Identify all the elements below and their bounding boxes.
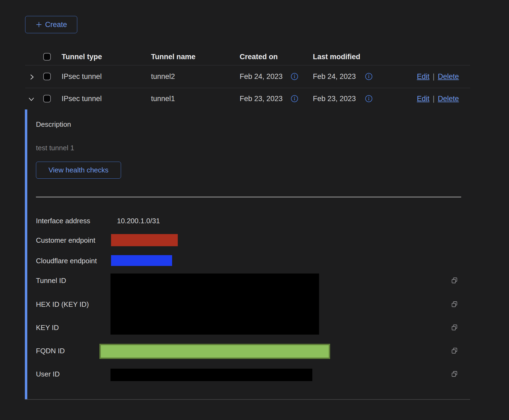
copy-icon[interactable] <box>451 324 458 331</box>
interface-address-value: 10.200.1.0/31 <box>117 216 160 225</box>
copy-icon[interactable] <box>451 347 458 355</box>
delete-link[interactable]: Delete <box>438 94 459 103</box>
info-icon[interactable] <box>291 73 298 80</box>
copy-icon[interactable] <box>451 277 458 284</box>
select-all-checkbox[interactable] <box>43 53 51 61</box>
edit-link[interactable]: Edit <box>417 94 430 103</box>
expanded-row-accent-bar <box>25 109 27 399</box>
created-on-cell: Feb 24, 2023 <box>240 72 283 81</box>
tunnel-name-cell: tunnel1 <box>151 94 175 103</box>
cloudflare-endpoint-label: Cloudflare endpoint <box>36 256 97 265</box>
view-health-checks-label: View health checks <box>48 166 108 174</box>
action-separator: | <box>433 94 435 103</box>
info-icon[interactable] <box>365 95 373 102</box>
delete-link[interactable]: Delete <box>438 72 459 81</box>
info-icon[interactable] <box>291 95 298 102</box>
plus-icon <box>35 21 42 28</box>
column-header-created-on: Created on <box>240 52 278 61</box>
description-label: Description <box>36 120 71 129</box>
key-id-label: KEY ID <box>36 323 59 332</box>
header-divider <box>25 65 470 65</box>
ipsec-tunnels-page: Create Tunnel type Tunnel name Created o… <box>0 0 509 420</box>
created-on-cell: Feb 23, 2023 <box>240 94 283 103</box>
user-id-redacted-value <box>110 369 312 381</box>
fqdn-id-label: FQDN ID <box>36 346 65 355</box>
cloudflare-endpoint-redacted-value <box>111 255 172 266</box>
info-icon[interactable] <box>365 73 373 80</box>
customer-endpoint-redacted-value <box>111 234 178 246</box>
ids-redacted-value <box>110 274 319 335</box>
row-checkbox[interactable] <box>43 73 51 80</box>
tunnel-id-label: Tunnel ID <box>36 276 66 285</box>
last-modified-cell: Feb 24, 2023 <box>313 72 356 81</box>
tunnel-type-cell: IPsec tunnel <box>62 94 102 103</box>
view-health-checks-button[interactable]: View health checks <box>36 162 121 179</box>
chevron-down-icon[interactable] <box>28 95 35 103</box>
edit-link[interactable]: Edit <box>417 72 430 81</box>
create-button[interactable]: Create <box>25 16 77 33</box>
tunnel-name-cell: tunnel2 <box>151 72 175 81</box>
copy-icon[interactable] <box>451 370 458 378</box>
chevron-right-icon[interactable] <box>28 73 36 81</box>
create-button-label: Create <box>45 21 67 29</box>
fqdn-id-redacted-value <box>99 344 330 359</box>
hex-id-label: HEX ID (KEY ID) <box>36 300 89 309</box>
tunnel-type-cell: IPsec tunnel <box>62 72 102 81</box>
description-text: test tunnel 1 <box>36 144 74 152</box>
user-id-label: User ID <box>36 370 60 378</box>
last-modified-cell: Feb 23, 2023 <box>313 94 356 103</box>
copy-icon[interactable] <box>451 301 458 308</box>
panel-bottom-divider <box>25 399 470 400</box>
action-separator: | <box>433 72 435 81</box>
column-header-last-modified: Last modified <box>313 52 360 61</box>
row-divider <box>25 88 470 88</box>
column-header-tunnel-name: Tunnel name <box>151 52 196 61</box>
customer-endpoint-label: Customer endpoint <box>36 236 95 245</box>
interface-address-label: Interface address <box>36 216 90 225</box>
row-checkbox[interactable] <box>43 95 51 102</box>
column-header-tunnel-type: Tunnel type <box>62 52 102 61</box>
section-divider <box>36 197 461 197</box>
